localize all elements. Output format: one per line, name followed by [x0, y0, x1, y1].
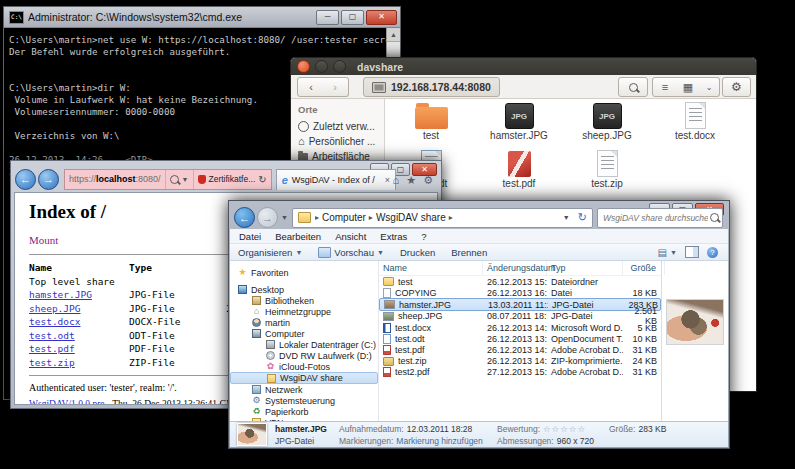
- rating-stars[interactable]: ☆☆☆☆☆: [543, 424, 586, 434]
- sidebar-item-bibliotheken[interactable]: Bibliotheken: [230, 295, 378, 306]
- add-tag-field[interactable]: Markierung hinzufügen: [396, 436, 482, 446]
- mount-link[interactable]: Mount: [29, 234, 58, 246]
- minimize-button[interactable]: [315, 60, 328, 73]
- back-button[interactable]: ‹: [297, 77, 325, 97]
- url-text[interactable]: https://localhost:8080/: [65, 174, 165, 184]
- search-input[interactable]: [601, 212, 710, 224]
- views-icon: ▤: [658, 247, 667, 258]
- breadcrumb-field[interactable]: ▸ Computer ▸ WsgiDAV share ▸ ▼ ↻: [292, 208, 593, 228]
- maximize-button[interactable]: [333, 60, 346, 73]
- search-button[interactable]: [618, 77, 648, 97]
- refresh-icon[interactable]: ↻: [578, 211, 587, 224]
- file-link[interactable]: test.odt: [29, 330, 75, 341]
- menu-bearbeiten[interactable]: Bearbeiten: [275, 231, 321, 242]
- file-hamster-jpg[interactable]: JPG hamster.JPG: [475, 101, 563, 149]
- file-test-pdf[interactable]: test.pdf: [475, 149, 563, 197]
- refresh-icon[interactable]: ↻: [258, 174, 266, 185]
- file-test-docx[interactable]: test.docx: [651, 101, 739, 149]
- cmd-titlebar[interactable]: C:\ Administrator: C:\Windows\system32\c…: [4, 7, 400, 28]
- browser-tab[interactable]: e WsgiDAV - Index of / ×: [276, 169, 396, 190]
- sidebar-item-netzwerk[interactable]: Netzwerk: [230, 384, 378, 395]
- menu-extras[interactable]: Extras: [380, 231, 407, 242]
- crumb-wsgidav-share[interactable]: WsgiDAV share: [376, 212, 446, 223]
- sidebar-item-systemsteuerung[interactable]: ⚙Systemsteuerung: [230, 395, 378, 406]
- user-icon: [252, 318, 261, 327]
- preview-pane-toggle[interactable]: [685, 246, 699, 258]
- crumb-computer[interactable]: Computer: [322, 212, 366, 223]
- sidebar-item-icloud-fotos[interactable]: ✿iCloud-Fotos: [230, 361, 378, 372]
- address-bar[interactable]: https://localhost:8080/ ▼ Zertifikatfe..…: [64, 169, 272, 190]
- minimize-button[interactable]: ─: [316, 10, 339, 25]
- burn-button[interactable]: Brennen: [451, 247, 487, 258]
- explorer-address-bar: ← → ▼ ▸ Computer ▸ WsgiDAV share ▸ ▼ ↻: [234, 207, 723, 228]
- settings-gear-icon[interactable]: ⚙: [423, 174, 433, 187]
- sidebar-item-computer[interactable]: Computer: [230, 328, 378, 339]
- back-button[interactable]: ←: [234, 207, 255, 228]
- print-button[interactable]: Drucken: [400, 247, 435, 258]
- sidebar-item-desktop[interactable]: Desktop: [230, 284, 378, 295]
- forward-button[interactable]: →: [38, 169, 59, 190]
- favorites-star-icon[interactable]: ★: [406, 174, 416, 187]
- file-row-hamster-jpg[interactable]: hamster.JPG 13.03.2011 11:13JPG-Datei283…: [379, 298, 661, 311]
- home-icon[interactable]: ⌂: [393, 174, 400, 187]
- file-test-zip[interactable]: test.zip: [563, 149, 651, 197]
- file-test[interactable]: test: [387, 101, 475, 149]
- list-view-button[interactable]: ≡: [652, 77, 678, 97]
- address-dropdown-icon[interactable]: ▼: [563, 214, 570, 221]
- forward-button[interactable]: →: [257, 207, 278, 228]
- file-link[interactable]: test.docx: [29, 316, 80, 327]
- scroll-up-icon[interactable]: ▲: [387, 28, 400, 42]
- file-link[interactable]: test.zip: [29, 357, 75, 368]
- file-link[interactable]: test.pdf: [29, 343, 75, 354]
- grid-view-button[interactable]: ▦: [676, 77, 701, 97]
- menu-hilfe[interactable]: ?: [421, 231, 426, 242]
- column-type[interactable]: Typ: [547, 261, 623, 275]
- file-sheep-jpg[interactable]: JPG sheep.JPG: [563, 101, 651, 149]
- file-row-test-zip[interactable]: test.zip 26.12.2013 14:27ZIP-komprimiert…: [379, 356, 661, 367]
- column-name[interactable]: Name: [379, 261, 483, 275]
- sidebar-item-papierkorb[interactable]: ♻Papierkorb: [230, 406, 378, 417]
- sidebar-item-martin[interactable]: martin: [230, 317, 378, 328]
- sidebar-item-favoriten[interactable]: ★Favoriten: [230, 267, 378, 278]
- file-link[interactable]: hamster.JPG: [29, 289, 92, 300]
- gear-menu-button[interactable]: ⚙: [722, 77, 751, 97]
- preview-button[interactable]: Vorschau▼: [318, 247, 384, 258]
- file-row-copying[interactable]: COPYING 26.12.2013 16:22Datei18 KB: [379, 287, 661, 298]
- nautilus-titlebar[interactable]: davshare: [291, 58, 756, 75]
- sidebar-item-wsgidav-share[interactable]: WsgiDAV share: [230, 372, 378, 384]
- file-link[interactable]: sheep.JPG: [29, 303, 80, 314]
- menu-ansicht[interactable]: Ansicht: [335, 231, 366, 242]
- file-row-test-odt[interactable]: test.odt 26.12.2013 13:55OpenDocument T.…: [379, 333, 661, 344]
- forward-button[interactable]: ›: [322, 77, 349, 97]
- hamster-photo-preview[interactable]: [666, 299, 724, 345]
- back-button[interactable]: ←: [15, 169, 36, 190]
- certificate-error-button[interactable]: Zertifikatfe... ↻: [193, 170, 271, 189]
- search-dropdown[interactable]: ▼: [165, 170, 193, 189]
- sidebar-item-lokaler-datentraeger[interactable]: Lokaler Datenträger (C:): [230, 339, 378, 350]
- chevron-down-icon: ▼: [670, 249, 677, 256]
- sidebar-item-heimnetzgruppe[interactable]: ⌂Heimnetzgruppe: [230, 306, 378, 317]
- column-date[interactable]: Änderungsdatum: [483, 261, 547, 275]
- close-button[interactable]: ✕: [366, 10, 397, 25]
- views-button[interactable]: ▤▼: [658, 247, 677, 258]
- file-row-test-docx[interactable]: test.docx 26.12.2013 14:26Microsoft Word…: [379, 322, 661, 333]
- file-row-sheep-jpg[interactable]: sheep.JPG 08.07.2011 18:52JPG-Datei2.501…: [379, 311, 661, 322]
- sidebar-item-dvd-laufwerk[interactable]: DVD RW Laufwerk (D:): [230, 350, 378, 361]
- history-dropdown-icon[interactable]: ▼: [281, 214, 288, 221]
- sidebar-item-recent[interactable]: Zuletzt verw...: [298, 119, 384, 134]
- column-size[interactable]: Größe: [623, 261, 665, 275]
- close-tab-icon[interactable]: ×: [385, 175, 390, 185]
- maximize-button[interactable]: ▢: [341, 10, 364, 25]
- view-options-dropdown[interactable]: ⌄: [699, 77, 720, 97]
- file-row-test2-pdf[interactable]: test2.pdf 27.12.2013 15:10Adobe Acrobat …: [379, 367, 661, 378]
- close-button[interactable]: [297, 60, 310, 73]
- file-row-test[interactable]: test 26.12.2013 15:21Dateiordner: [379, 276, 661, 287]
- file-row-test-pdf[interactable]: test.pdf 26.12.2013 14:19Adobe Acrobat D…: [379, 344, 661, 355]
- search-box[interactable]: [597, 208, 723, 228]
- help-icon[interactable]: ?: [707, 247, 718, 258]
- organize-button[interactable]: Organisieren▼: [238, 247, 302, 258]
- wsgidav-version-link[interactable]: WsgiDAV/1.0.0.pre: [29, 399, 105, 405]
- menu-datei[interactable]: Datei: [239, 231, 261, 242]
- sidebar-item-home[interactable]: ⌂ Persönlicher ...: [298, 134, 384, 149]
- location-button[interactable]: 192.168.178.44:8080: [363, 77, 500, 97]
